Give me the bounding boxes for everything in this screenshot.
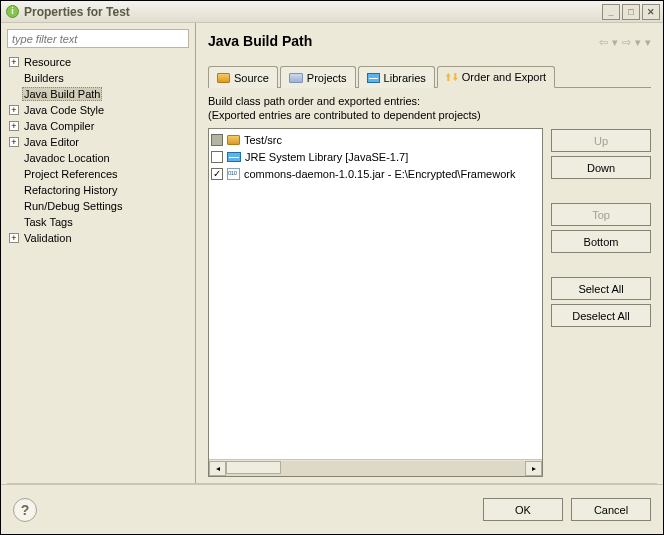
- forward-menu-icon[interactable]: ▾: [635, 36, 641, 49]
- tree-item[interactable]: Builders: [9, 70, 191, 86]
- tree-item[interactable]: Project References: [9, 166, 191, 182]
- ok-button[interactable]: OK: [483, 498, 563, 521]
- tree-item[interactable]: +Resource: [9, 54, 191, 70]
- content-panel: Java Build Path ⇦ ▾ ⇨ ▾ ▾ SourceProjects…: [196, 23, 663, 483]
- entries-list[interactable]: Test/srcJRE System Library [JavaSE-1.7]c…: [208, 128, 543, 477]
- tree-item[interactable]: +Java Code Style: [9, 102, 191, 118]
- history-nav: ⇦ ▾ ⇨ ▾ ▾: [599, 36, 651, 49]
- entry-label: commons-daemon-1.0.15.jar - E:\Encrypted…: [244, 168, 515, 180]
- tree-item[interactable]: Run/Debug Settings: [9, 198, 191, 214]
- tree-item-label: Validation: [22, 232, 74, 244]
- tab-label: Source: [234, 72, 269, 84]
- tree-item[interactable]: Refactoring History: [9, 182, 191, 198]
- tab-order-and-export[interactable]: Order and Export: [437, 66, 555, 88]
- category-tree[interactable]: +ResourceBuildersJava Build Path+Java Co…: [5, 54, 191, 246]
- entry-label: Test/src: [244, 134, 282, 146]
- tab-libraries[interactable]: Libraries: [358, 66, 435, 88]
- tree-item[interactable]: +Java Editor: [9, 134, 191, 150]
- tree-item-label: Task Tags: [22, 216, 75, 228]
- tree-item-label: Javadoc Location: [22, 152, 112, 164]
- cancel-button[interactable]: Cancel: [571, 498, 651, 521]
- checkbox[interactable]: [211, 134, 223, 146]
- app-icon: i: [6, 5, 19, 18]
- tab-bar: SourceProjectsLibrariesOrder and Export: [208, 65, 651, 88]
- expand-icon[interactable]: +: [9, 105, 19, 115]
- tree-item-label: Java Editor: [22, 136, 81, 148]
- tree-item-label: Resource: [22, 56, 73, 68]
- tree-item[interactable]: Javadoc Location: [9, 150, 191, 166]
- tab-label: Projects: [307, 72, 347, 84]
- jar-icon: [227, 168, 240, 180]
- view-menu-icon[interactable]: ▾: [645, 36, 651, 49]
- bottom-button[interactable]: Bottom: [551, 230, 651, 253]
- horizontal-scrollbar[interactable]: ◂ ▸: [209, 459, 542, 476]
- tree-item-label: Run/Debug Settings: [22, 200, 124, 212]
- filter-input[interactable]: [7, 29, 189, 48]
- tab-source[interactable]: Source: [208, 66, 278, 88]
- forward-icon[interactable]: ⇨: [622, 36, 631, 49]
- tree-item[interactable]: +Java Compiler: [9, 118, 191, 134]
- source-icon: [217, 73, 230, 83]
- checkbox[interactable]: [211, 168, 223, 180]
- tab-label: Order and Export: [462, 71, 546, 83]
- scroll-thumb[interactable]: [226, 461, 281, 474]
- up-button[interactable]: Up: [551, 129, 651, 152]
- titlebar[interactable]: i Properties for Test _ □ ✕: [1, 1, 663, 23]
- expand-icon[interactable]: +: [9, 137, 19, 147]
- page-title: Java Build Path: [208, 33, 312, 49]
- expand-icon[interactable]: +: [9, 233, 19, 243]
- jre-icon: [227, 152, 241, 162]
- select-all-button[interactable]: Select All: [551, 277, 651, 300]
- expand-icon[interactable]: +: [9, 121, 19, 131]
- window-title: Properties for Test: [24, 5, 130, 19]
- src-icon: [227, 135, 240, 145]
- info-line-1: Build class path order and exported entr…: [208, 94, 651, 108]
- info-line-2: (Exported entries are contributed to dep…: [208, 108, 651, 122]
- scroll-left-icon[interactable]: ◂: [209, 461, 226, 476]
- entry-label: JRE System Library [JavaSE-1.7]: [245, 151, 408, 163]
- checkbox[interactable]: [211, 151, 223, 163]
- tree-item-label: Refactoring History: [22, 184, 120, 196]
- scroll-right-icon[interactable]: ▸: [525, 461, 542, 476]
- down-button[interactable]: Down: [551, 156, 651, 179]
- tree-item-label: Java Code Style: [22, 104, 106, 116]
- tree-item-label: Builders: [22, 72, 66, 84]
- back-menu-icon[interactable]: ▾: [612, 36, 618, 49]
- tree-item-label: Project References: [22, 168, 120, 180]
- list-item[interactable]: JRE System Library [JavaSE-1.7]: [211, 148, 540, 165]
- tab-projects[interactable]: Projects: [280, 66, 356, 88]
- tree-item[interactable]: Java Build Path: [9, 86, 191, 102]
- projects-icon: [289, 73, 303, 83]
- expand-icon[interactable]: +: [9, 57, 19, 67]
- tree-item[interactable]: +Validation: [9, 230, 191, 246]
- help-button[interactable]: ?: [13, 498, 37, 522]
- top-button[interactable]: Top: [551, 203, 651, 226]
- minimize-button[interactable]: _: [602, 4, 620, 20]
- back-icon[interactable]: ⇦: [599, 36, 608, 49]
- list-item[interactable]: Test/src: [211, 131, 540, 148]
- close-button[interactable]: ✕: [642, 4, 660, 20]
- tree-item-label: Java Compiler: [22, 120, 96, 132]
- libs-icon: [367, 73, 380, 83]
- tab-label: Libraries: [384, 72, 426, 84]
- order-icon: [446, 71, 458, 83]
- tree-item-label: Java Build Path: [22, 87, 102, 101]
- list-item[interactable]: commons-daemon-1.0.15.jar - E:\Encrypted…: [211, 165, 540, 182]
- deselect-all-button[interactable]: Deselect All: [551, 304, 651, 327]
- tree-item[interactable]: Task Tags: [9, 214, 191, 230]
- category-panel: +ResourceBuildersJava Build Path+Java Co…: [1, 23, 196, 483]
- maximize-button[interactable]: □: [622, 4, 640, 20]
